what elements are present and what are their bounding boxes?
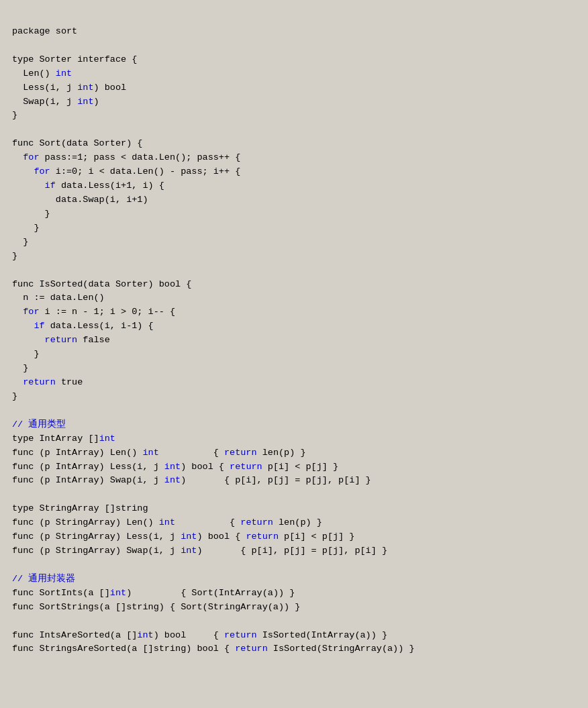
line-42: func SortStrings(a []string) { Sort(Stri…: [12, 602, 300, 612]
line-17: }: [12, 251, 17, 261]
line-30: type IntArray []int: [12, 434, 115, 444]
line-22: if data.Less(i, i-1) {: [12, 321, 154, 331]
line-41: func SortInts(a []int) { Sort(IntArray(a…: [12, 588, 295, 598]
line-11: for i:=0; i < data.Len() - pass; i++ {: [12, 166, 240, 176]
line-40: // 通用封装器: [12, 574, 75, 584]
line-6: Swap(i, j int): [12, 97, 99, 107]
line-19: func IsSorted(data Sorter) bool {: [12, 279, 191, 289]
line-44: func IntsAreSorted(a []int) bool { retur…: [12, 630, 387, 640]
line-32: func (p IntArray) Less(i, j int) bool { …: [12, 462, 338, 472]
line-3: type Sorter interface {: [12, 54, 137, 64]
line-5: Less(i, j int) bool: [12, 83, 126, 93]
line-23: return false: [12, 335, 110, 345]
line-12: if data.Less(i+1, i) {: [12, 181, 164, 191]
line-16: }: [12, 237, 28, 247]
line-31: func (p IntArray) Len() int { return len…: [12, 448, 306, 458]
code-block: package sort type Sorter interface { Len…: [12, 11, 576, 656]
line-25: }: [12, 363, 28, 373]
line-1: package sort: [12, 26, 77, 36]
line-20: n := data.Len(): [12, 293, 105, 303]
line-37: func (p StringArray) Less(i, j int) bool…: [12, 532, 354, 542]
line-35: type StringArray []string: [12, 503, 148, 513]
line-36: func (p StringArray) Len() int { return …: [12, 517, 322, 527]
line-13: data.Swap(i, i+1): [12, 195, 148, 205]
line-38: func (p StringArray) Swap(i, j int) { p[…: [12, 546, 387, 556]
line-14: }: [12, 209, 50, 219]
line-27: }: [12, 391, 17, 401]
line-33: func (p IntArray) Swap(i, j int) { p[i],…: [12, 475, 371, 485]
line-24: }: [12, 349, 40, 359]
line-7: }: [12, 110, 17, 120]
line-21: for i := n - 1; i > 0; i-- {: [12, 307, 175, 317]
line-26: return true: [12, 377, 83, 387]
line-9: func Sort(data Sorter) {: [12, 138, 142, 148]
line-15: }: [12, 223, 40, 233]
line-10: for pass:=1; pass < data.Len(); pass++ {: [12, 152, 240, 162]
line-4: Len() int: [12, 68, 72, 79]
line-29: // 通用类型: [12, 419, 66, 429]
line-45: func StringsAreSorted(a []string) bool {…: [12, 644, 415, 654]
